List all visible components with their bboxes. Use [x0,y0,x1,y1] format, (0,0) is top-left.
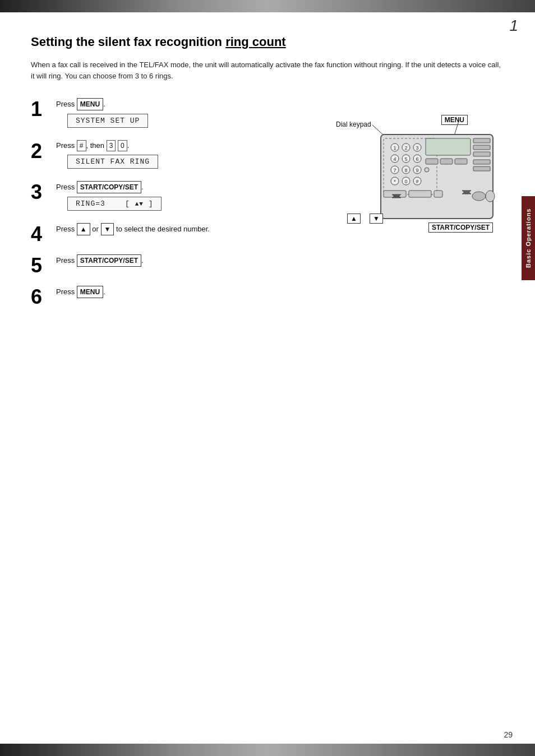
step4-press-label: Press [56,225,77,233]
step-6-content: Press MENU. [56,286,308,302]
svg-rect-30 [473,145,490,150]
svg-rect-29 [473,138,490,143]
step-1-lcd: SYSTEM SET UP [67,114,148,128]
title-part2: ring count [225,35,286,49]
step-4-number: 4 [31,224,56,244]
step2-then: , then [86,141,107,150]
sidebar-label: Basic Operations [525,208,532,268]
page-number-top: 1 [509,17,518,35]
step-2-content: Press #, then 3 0. SILENT FAX RING [56,140,308,171]
svg-text:7: 7 [393,168,396,173]
svg-rect-34 [455,159,467,164]
step-2-lcd-container: SILENT FAX RING [62,155,308,171]
svg-text:#: # [416,179,418,184]
step-2-text: Press #, then 3 0. [56,140,308,151]
svg-text:2: 2 [404,145,407,151]
svg-rect-35 [473,160,490,164]
step-1: 1 Press MENU. SYSTEM SET UP [31,98,308,130]
step-5: 5 Press START/COPY/SET. [31,254,308,276]
step-1-text: Press MENU. [56,98,308,110]
step-3-text: Press START/COPY/SET. [56,181,308,193]
step-3-number: 3 [31,182,56,202]
step-4-text: Press ▲ or ▼ to select the desired numbe… [56,223,308,235]
key-0: 0 [118,140,127,151]
down-arrow-button[interactable]: ▼ [101,223,114,235]
key-3: 3 [107,140,116,151]
svg-text:3: 3 [416,145,418,151]
intro-text: When a fax call is received in the TEL/F… [31,59,504,81]
step5-press-label: Press [56,256,77,265]
title-part1: Setting the silent fax recognition [31,35,225,49]
up-arrow-diagram: ▲ [347,214,361,224]
step3-period: . [141,183,144,191]
steps-diagram-container: 1 Press MENU. SYSTEM SET UP 2 Press #, t… [31,98,504,317]
start-copy-set-diagram-button: START/COPY/SET [428,222,493,233]
step-3: 3 Press START/COPY/SET. RING=3 [ ▲▼ ] [31,181,308,213]
svg-text:6: 6 [416,156,418,162]
step-6-text: Press MENU. [56,286,308,298]
step-2-number: 2 [31,141,56,161]
svg-text:0: 0 [404,179,407,184]
svg-rect-33 [440,159,453,164]
steps-section: 1 Press MENU. SYSTEM SET UP 2 Press #, t… [31,98,308,317]
svg-rect-39 [409,191,431,197]
top-decorative-bar [0,0,535,12]
svg-text:8: 8 [404,168,407,173]
sidebar-tab: Basic Operations [522,196,535,280]
step1-press-label: Press [56,100,77,108]
menu-button-1[interactable]: MENU [77,98,103,110]
step-5-number: 5 [31,256,56,276]
down-arrow-diagram: ▼ [370,214,383,224]
start-copy-set-button-5[interactable]: START/COPY/SET [77,254,141,267]
start-copy-set-button-3[interactable]: START/COPY/SET [77,181,141,193]
page-number-bottom: 29 [504,730,513,739]
step-2: 2 Press #, then 3 0. SILENT FAX RING [31,140,308,171]
step6-period: . [103,287,105,296]
main-content: Setting the silent fax recognition ring … [0,12,535,340]
svg-point-43 [472,192,486,201]
step-4-content: Press ▲ or ▼ to select the desired numbe… [56,223,308,239]
step-1-content: Press MENU. SYSTEM SET UP [56,98,308,130]
page-title: Setting the silent fax recognition ring … [31,35,504,49]
svg-rect-31 [473,152,490,156]
bottom-decorative-bar [0,744,535,756]
svg-rect-28 [426,138,471,155]
step-3-lcd: RING=3 [ ▲▼ ] [67,197,162,211]
svg-rect-36 [473,166,490,171]
step-3-content: Press START/COPY/SET. RING=3 [ ▲▼ ] [56,181,308,213]
step-5-content: Press START/COPY/SET. [56,254,308,270]
svg-rect-40 [434,191,442,197]
step2-period: . [127,141,130,150]
start-copy-set-diagram: START/COPY/SET [428,222,493,233]
svg-point-37 [425,168,429,172]
up-arrow-diagram-btn: ▲ [347,214,361,224]
step4-rest: to select the desired number. [114,225,210,233]
hash-key: # [77,140,86,151]
step-1-number: 1 [31,99,56,119]
step2-press-label: Press [56,141,77,150]
step-6: 6 Press MENU. [31,286,308,307]
down-arrow-diagram-btn: ▼ [370,214,383,224]
svg-text:5: 5 [404,156,407,162]
step-1-lcd-container: SYSTEM SET UP [62,114,308,130]
step-3-lcd-container: RING=3 [ ▲▼ ] [62,197,308,213]
step-2-lcd: SILENT FAX RING [67,155,158,169]
step-6-number: 6 [31,287,56,307]
svg-text:*: * [394,179,396,184]
menu-button-6[interactable]: MENU [77,286,103,298]
step1-period: . [103,100,105,108]
svg-point-44 [486,191,495,202]
step4-or: or [90,225,101,233]
step5-period: . [141,256,144,265]
diagram-section: Dial keypad MENU 1 [330,98,504,317]
step-5-text: Press START/COPY/SET. [56,254,308,267]
svg-text:1: 1 [393,145,396,151]
svg-rect-32 [426,159,438,164]
up-arrow-button[interactable]: ▲ [77,223,90,235]
svg-text:9: 9 [416,168,418,173]
step6-press-label: Press [56,287,77,296]
svg-text:4: 4 [393,156,396,162]
step3-press-label: Press [56,183,77,191]
step-4: 4 Press ▲ or ▼ to select the desired num… [31,223,308,244]
